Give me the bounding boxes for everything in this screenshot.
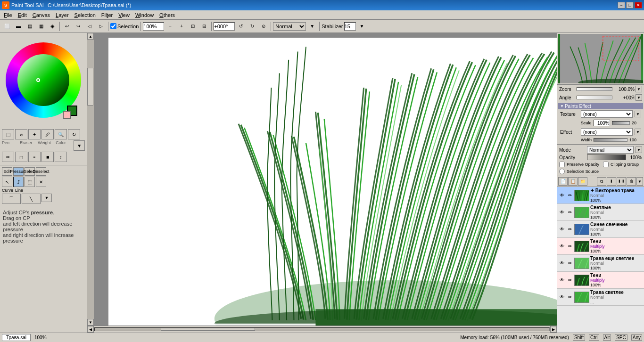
layer-eye-icon[interactable]: 👁 — [558, 226, 566, 233]
background-color-swatch[interactable] — [63, 111, 71, 119]
tool-extra[interactable]: ↕ — [55, 152, 67, 162]
menu-selection[interactable]: Selection — [72, 11, 99, 19]
mode-arrow-btn[interactable]: ▼ — [636, 147, 642, 153]
edit-icon-btn[interactable]: ↖ — [2, 177, 12, 187]
zoom-fit-btn[interactable]: ⊡ — [188, 21, 198, 32]
layers-scroll-btn[interactable]: ▼ — [636, 177, 643, 186]
stabilizer-arrow-btn[interactable]: ▼ — [357, 21, 367, 32]
mode-arrow-btn[interactable]: ▼ — [307, 21, 317, 32]
layer-item[interactable]: 👁 ✏ Трава еще светлее Normal 100% — [557, 255, 644, 272]
layer-lock-icon[interactable]: ✏ — [567, 192, 573, 199]
menu-file[interactable]: File — [1, 11, 15, 19]
layer-merge-btn[interactable]: ⬇ — [607, 177, 616, 186]
layer-lock-icon[interactable]: ✏ — [567, 293, 573, 301]
curve-icon-btn[interactable]: ⌒ — [2, 194, 21, 204]
toolbar-icon-5[interactable]: ◉ — [47, 21, 58, 32]
effect-arrow-btn[interactable]: ▼ — [635, 129, 641, 135]
opacity-slider[interactable] — [587, 155, 626, 160]
pressure-tool-btn[interactable]: Pressure — [13, 167, 24, 176]
scroll-left-btn[interactable]: ◀ — [87, 326, 94, 333]
deselect-icon-btn[interactable]: ✕ — [36, 177, 46, 187]
v-scroll-thumb[interactable] — [87, 68, 93, 106]
rotate-cw-btn[interactable]: ↻ — [247, 21, 257, 32]
line-icon-btn[interactable]: ╲ — [22, 194, 41, 204]
menu-others[interactable]: Others — [157, 11, 178, 19]
menu-edit[interactable]: Edit — [15, 11, 30, 19]
layer-lock-icon[interactable]: ✏ — [567, 243, 573, 250]
zoom-input[interactable] — [143, 22, 164, 31]
select-rect-tool[interactable]: ⬚ — [2, 129, 14, 139]
width-slider[interactable] — [594, 138, 627, 142]
new-layer-btn[interactable]: 📄 — [558, 177, 568, 186]
menu-view[interactable]: View — [116, 11, 132, 19]
texture-arrow-btn[interactable]: ▼ — [635, 111, 641, 117]
layer-item[interactable]: 👁 ✏ Трава светлее Normal ... — [557, 289, 644, 306]
color-picker-square[interactable] — [17, 54, 69, 106]
scroll-down-tool[interactable]: ▼ — [74, 140, 85, 151]
file-tab[interactable]: Трава.sai — [2, 334, 31, 341]
preserve-opacity-checkbox[interactable] — [559, 162, 565, 167]
tool-3[interactable]: ✦ — [28, 129, 41, 139]
pressure-icon-btn[interactable]: ⤴ — [13, 177, 24, 187]
rotate-reset-btn[interactable]: ⊙ — [258, 21, 269, 32]
scale-slider[interactable] — [612, 121, 630, 125]
h-scroll-thumb[interactable] — [161, 328, 255, 331]
rotation-input[interactable] — [214, 22, 235, 31]
layer-lock-icon[interactable]: ✏ — [567, 277, 573, 284]
zoom-tool[interactable]: 🔍 — [55, 129, 67, 139]
texture-select[interactable]: (none) — [581, 110, 633, 118]
menu-window[interactable]: Window — [132, 11, 157, 19]
select-lasso-tool[interactable]: ⌀ — [15, 129, 27, 139]
new-layer-set-btn[interactable]: 📋 — [568, 177, 578, 186]
layer-eye-icon[interactable]: 👁 — [558, 260, 566, 267]
layer-merge-all-btn[interactable]: ⬇⬇ — [617, 177, 626, 186]
toolbar-icon-8[interactable]: ◁ — [84, 21, 95, 32]
layer-item[interactable]: 👁 ✏ Светлые Normal 100% — [557, 204, 644, 221]
blend-mode-select[interactable]: Normal — [273, 22, 306, 31]
effect-select[interactable]: (none) — [581, 128, 633, 136]
layer-lock-icon[interactable]: ✏ — [567, 209, 573, 216]
menu-canvas[interactable]: Canvas — [30, 11, 53, 19]
stabilizer-input[interactable] — [344, 22, 356, 31]
zoom-in-btn[interactable]: + — [176, 21, 187, 32]
color-picker-tool[interactable]: 🖊 — [41, 129, 54, 139]
layer-copy-btn[interactable]: ⧉ — [597, 177, 606, 186]
zoom-100-btn[interactable]: ⊟ — [199, 21, 209, 32]
menu-layer[interactable]: Layer — [53, 11, 72, 19]
pen-tool[interactable]: ✏ — [2, 152, 14, 162]
layer-item[interactable]: 👁 ✏ Тени Multiply 100% — [557, 272, 644, 289]
layer-item[interactable]: 👁 ✏ ✦ Векторная трава Normal 100% — [557, 187, 644, 204]
layer-eye-icon[interactable]: 👁 — [558, 192, 566, 199]
select-icon-btn[interactable]: ⬚ — [25, 177, 35, 187]
scroll-right-btn[interactable]: ▶ — [550, 326, 557, 333]
rotate-ccw-btn[interactable]: ↺ — [236, 21, 246, 32]
scroll-up-btn[interactable]: ▲ — [87, 33, 94, 40]
selection-source-radio[interactable] — [559, 169, 565, 174]
scale-input[interactable] — [594, 120, 610, 126]
deselect-pen-tool-btn[interactable]: Deselect — [36, 167, 46, 176]
zoom-slider[interactable] — [577, 87, 612, 91]
eraser-tool[interactable]: ◻ — [15, 152, 27, 162]
zoom-nav-btn[interactable]: ▼ — [636, 86, 642, 92]
h-scroll-track[interactable] — [94, 327, 550, 331]
layer-lock-icon[interactable]: ✏ — [567, 226, 573, 233]
layer-lock-icon[interactable]: ✏ — [567, 260, 573, 267]
toolbar-icon-2[interactable]: ▬ — [13, 21, 24, 32]
angle-nav-btn[interactable]: ▼ — [636, 94, 642, 101]
rotate-tool[interactable]: ↻ — [68, 129, 80, 139]
drawing-canvas[interactable] — [108, 38, 557, 326]
clipping-group-checkbox[interactable] — [603, 162, 609, 167]
scroll-down-btn[interactable]: ▼ — [87, 319, 94, 326]
toolbar-icon-7[interactable]: ↪ — [73, 21, 83, 32]
paints-effect-header[interactable]: ▼ Paints Effect — [558, 103, 643, 109]
layer-eye-icon[interactable]: 👁 — [558, 209, 566, 216]
layer-item[interactable]: 👁 ✏ Синее свечение Normal 100% — [557, 221, 644, 238]
layer-eye-icon[interactable]: 👁 — [558, 243, 566, 250]
scroll-tools-btn[interactable]: ▼ — [41, 194, 52, 202]
selection-checkbox[interactable] — [110, 23, 116, 29]
toolbar-icon-4[interactable]: ▦ — [36, 21, 46, 32]
layer-item[interactable]: 👁 ✏ Тени Multiply 100% — [557, 238, 644, 255]
zoom-out-btn[interactable]: − — [165, 21, 175, 32]
minimize-button[interactable]: − — [618, 2, 625, 8]
mode-select[interactable]: Normal — [587, 146, 634, 154]
